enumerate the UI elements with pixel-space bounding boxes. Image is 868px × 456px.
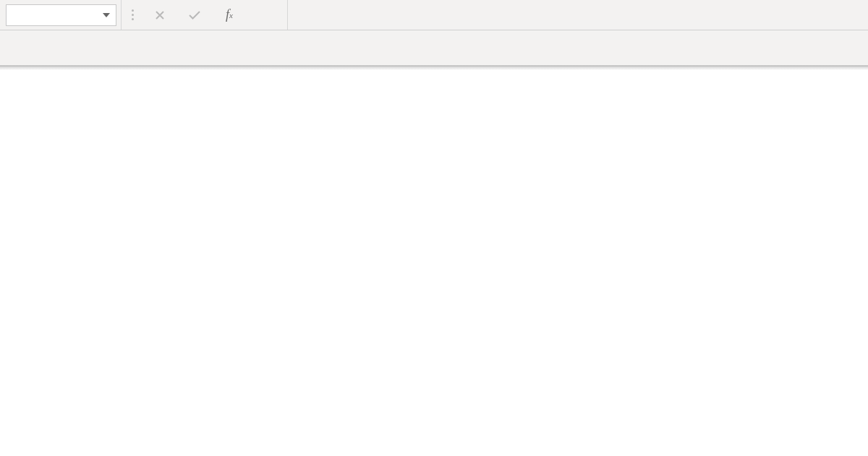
- name-box[interactable]: [6, 4, 116, 26]
- cancel-icon[interactable]: [151, 0, 169, 30]
- chevron-down-icon[interactable]: [103, 13, 110, 17]
- formula-input[interactable]: [288, 0, 868, 30]
- ribbon-collapsed-area: [0, 30, 868, 67]
- formula-bar-tools: fx: [122, 0, 288, 30]
- name-box-container: [0, 0, 122, 30]
- grip-icon: [132, 9, 134, 20]
- confirm-icon[interactable]: [186, 0, 203, 30]
- fx-icon[interactable]: fx: [221, 0, 238, 30]
- formula-bar: fx: [0, 0, 868, 30]
